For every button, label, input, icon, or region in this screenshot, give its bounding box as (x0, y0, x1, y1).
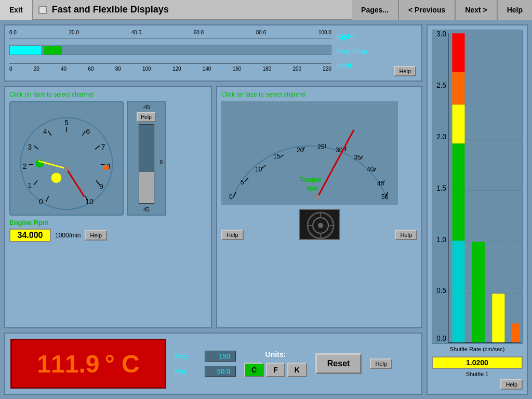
fuel-flow-panel: 0.0 20.0 40.0 60.0 80.0 100.0 for(let i=… (4, 24, 422, 82)
units-row: Units: (265, 350, 286, 358)
shuttle-value-box: 1.0200 (432, 356, 523, 369)
temp-min-label: Min. (175, 367, 201, 375)
svg-text:2.5: 2.5 (436, 81, 446, 90)
vert-zero-label: 0 (159, 159, 163, 165)
temp-min-row: Min. 50.0 (175, 366, 236, 377)
top-help-button[interactable]: Help (498, 0, 532, 20)
fuel-help-button[interactable]: Help (394, 66, 416, 76)
fuel-scale-top-0: 0.0 (9, 30, 17, 35)
engine-rpm-row: 34.000 1000/min Help (9, 229, 207, 242)
chart-label: Shuttle Rate (cm/sec) (432, 346, 523, 352)
title-area: Fast and Flexible Displays (33, 4, 352, 15)
prev-button[interactable]: < Previous (399, 0, 456, 20)
main-content: 0.0 20.0 40.0 60.0 80.0 100.0 for(let i=… (0, 20, 532, 399)
vertical-gauge: -45 Help 0 45 (127, 101, 166, 216)
svg-text:45: 45 (377, 180, 384, 187)
circular-gauge[interactable]: 0 1 2 3 4 5 (9, 101, 124, 216)
svg-text:35: 35 (354, 154, 361, 161)
svg-text:0: 0 (229, 193, 233, 201)
fuel-scale-top-4: 80.0 (256, 30, 266, 35)
fuel-scale-bot-6: 120 (172, 66, 181, 72)
title-indicator (38, 6, 47, 14)
fuel-scale-bot-1: 20 (34, 66, 39, 72)
vert-top-label: -45 (142, 104, 150, 110)
svg-text:2.0: 2.0 (436, 132, 446, 141)
fuel-scale-bot-5: 100 (142, 66, 151, 72)
right-panel: 3.0 2.5 2.0 1.5 1.0 0.5 0.0 (427, 24, 528, 395)
shuttle-help-row: Help (432, 379, 523, 390)
rpm-unit: 1000/min (55, 232, 81, 239)
svg-text:2: 2 (23, 163, 27, 170)
gauge-right-help-button[interactable]: Help (221, 230, 244, 240)
gauge-left-help-button[interactable]: Help (85, 230, 107, 241)
fuel-scale-top-5: 100.0 (318, 30, 331, 35)
svg-text:Torque: Torque (299, 176, 322, 183)
units-buttons: C F K (244, 363, 307, 377)
units-section: Units: C F K (244, 350, 307, 377)
svg-point-31 (51, 172, 62, 183)
vert-bar-container (139, 124, 154, 204)
temp-max-label: Max. (175, 352, 201, 360)
fuel-scale-bot-3: 60 (88, 66, 94, 72)
shuttle-label: Shuttle 1 (432, 371, 523, 377)
torque-gauge-svg[interactable]: 0 5 10 15 20 25 30 35 40 45 50 (221, 101, 398, 205)
fuel-ticks-top: for(let i=0;i<=60;i++){ document.current… (9, 38, 331, 42)
unit-f-button[interactable]: F (266, 363, 285, 377)
vert-help-button[interactable]: Help (137, 112, 156, 122)
fuel-bar-area (9, 45, 331, 55)
svg-rect-86 (472, 242, 485, 342)
left-panel: 0.0 20.0 40.0 60.0 80.0 100.0 for(let i=… (4, 24, 422, 395)
engine-rpm-label: Engine Rpm (9, 219, 207, 227)
reset-button[interactable]: Reset (315, 353, 362, 374)
exit-button[interactable]: Exit (0, 0, 33, 20)
fuel-scale-bot-4: 80 (115, 66, 121, 72)
nav-buttons: Pages... < Previous Next > (352, 0, 498, 20)
svg-text:0.0: 0.0 (436, 334, 446, 342)
temp-display: 111.9 ° C (10, 339, 166, 389)
unit-c-button[interactable]: C (244, 363, 264, 377)
next-button[interactable]: Next > (456, 0, 497, 20)
svg-text:3.0: 3.0 (436, 30, 446, 38)
temp-controls: Max. 150 Min. 50.0 (175, 351, 236, 377)
svg-text:0.5: 0.5 (436, 286, 446, 295)
reset-section: Reset (315, 353, 362, 374)
shuttle-help-button[interactable]: Help (500, 379, 523, 390)
svg-rect-85 (452, 241, 464, 342)
svg-point-62 (318, 223, 323, 228)
svg-rect-88 (512, 324, 520, 342)
fuel-scale-bot-0: 0 (9, 66, 12, 72)
svg-text:3: 3 (28, 143, 32, 151)
svg-text:9: 9 (99, 183, 103, 191)
fuel-scale-bot-7: 140 (203, 66, 211, 72)
svg-text:6: 6 (86, 128, 90, 136)
fuel-ticks-bottom (9, 60, 331, 64)
fuel-scale-bot-9: 180 (263, 66, 272, 72)
svg-point-30 (64, 166, 69, 171)
gauge-right-help-button2[interactable]: Help (395, 230, 417, 240)
svg-text:50: 50 (381, 193, 389, 201)
svg-text:15: 15 (273, 153, 281, 160)
vert-bar-fill (139, 172, 154, 203)
fuel-scale-top-3: 60.0 (194, 30, 204, 35)
temp-max-value: 150 (205, 351, 236, 362)
top-bar: Exit Fast and Flexible Displays Pages...… (0, 0, 532, 20)
temp-max-row: Max. 150 (175, 351, 236, 362)
svg-text:5: 5 (64, 119, 69, 127)
pages-button[interactable]: Pages... (352, 0, 399, 20)
svg-text:4: 4 (43, 128, 47, 136)
temp-help-button[interactable]: Help (370, 358, 392, 369)
fuel-scale-top-2: 40.0 (131, 30, 141, 35)
svg-text:0: 0 (39, 198, 43, 206)
svg-text:1.5: 1.5 (436, 183, 446, 192)
svg-text:7: 7 (101, 143, 105, 151)
svg-rect-87 (492, 294, 504, 342)
fuel-unit-bottom: lb/Hr (337, 61, 352, 69)
rpm-value-box: 34.000 (9, 229, 51, 242)
fuel-scale-bot-10: 200 (292, 66, 301, 72)
units-label: Units: (265, 350, 286, 358)
temp-min-value: 50.0 (205, 366, 236, 377)
unit-k-button[interactable]: K (287, 363, 307, 377)
fuel-center-label: Fuel Flow (337, 47, 368, 55)
svg-rect-82 (452, 72, 464, 104)
svg-rect-84 (452, 143, 464, 241)
